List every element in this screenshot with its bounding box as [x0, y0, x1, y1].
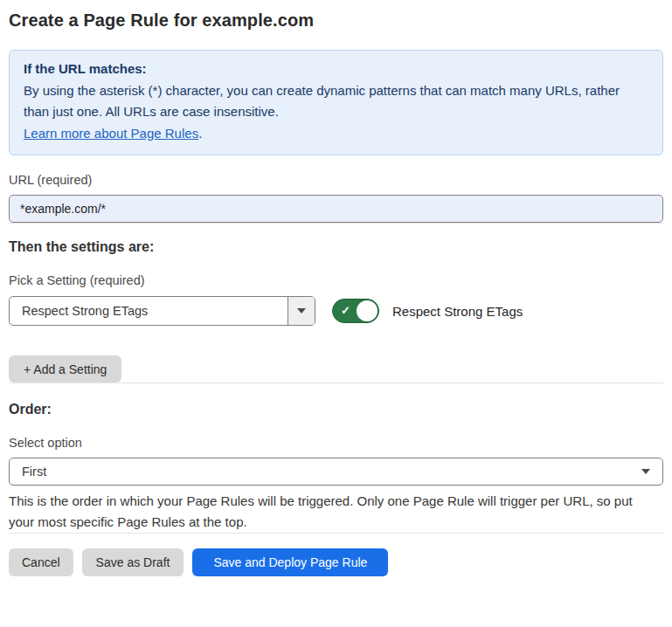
- info-box-body: By using the asterisk (*) character, you…: [24, 80, 648, 123]
- page-title: Create a Page Rule for example.com: [9, 10, 663, 31]
- setting-toggle-group: ✓ Respect Strong ETags: [332, 299, 523, 323]
- order-section-heading: Order:: [9, 401, 663, 418]
- save-and-deploy-button[interactable]: Save and Deploy Page Rule: [192, 548, 388, 576]
- learn-more-link[interactable]: Learn more about Page Rules: [24, 126, 198, 141]
- setting-toggle-switch[interactable]: ✓: [332, 299, 379, 323]
- add-setting-button[interactable]: + Add a Setting: [9, 355, 121, 382]
- check-icon: ✓: [341, 305, 350, 316]
- info-box-body-text: By using the asterisk (*) character, you…: [24, 83, 620, 120]
- footer-divider: [9, 533, 663, 534]
- toggle-knob: [357, 300, 378, 321]
- order-select[interactable]: First: [9, 458, 663, 486]
- info-box-heading: If the URL matches:: [24, 59, 648, 80]
- footer-actions: Cancel Save as Draft Save and Deploy Pag…: [9, 548, 663, 576]
- chevron-down-icon: [641, 469, 650, 474]
- order-select-label: Select option: [9, 436, 663, 450]
- link-suffix: .: [198, 126, 202, 141]
- setting-toggle-label: Respect Strong ETags: [392, 304, 523, 319]
- chevron-down-icon: [297, 308, 306, 314]
- settings-section-heading: Then the settings are:: [9, 238, 663, 256]
- section-divider: [9, 382, 663, 383]
- setting-row: Respect Strong ETags ✓ Respect Strong ET…: [9, 296, 663, 326]
- create-page-rule-form: Create a Page Rule for example.com If th…: [0, 0, 672, 576]
- cancel-button[interactable]: Cancel: [9, 548, 73, 576]
- info-box-link-line: Learn more about Page Rules.: [24, 123, 648, 145]
- order-help-text: This is the order in which your Page Rul…: [9, 491, 660, 533]
- setting-select[interactable]: Respect Strong ETags: [9, 296, 315, 326]
- url-field-label: URL (required): [9, 173, 663, 187]
- setting-select-arrow-button[interactable]: [288, 297, 315, 325]
- url-match-info-box: If the URL matches: By using the asteris…: [9, 50, 663, 155]
- order-select-caret: [634, 469, 662, 474]
- order-select-value: First: [10, 465, 634, 479]
- url-input[interactable]: [9, 195, 663, 223]
- setting-select-value: Respect Strong ETags: [10, 304, 288, 318]
- section-divider: [9, 223, 663, 224]
- pick-setting-label: Pick a Setting (required): [9, 273, 663, 287]
- save-as-draft-button[interactable]: Save as Draft: [82, 548, 184, 576]
